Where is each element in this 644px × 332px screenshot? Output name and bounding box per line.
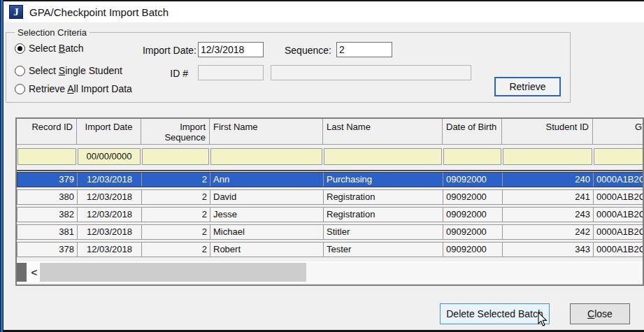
sequence-input[interactable] bbox=[336, 42, 392, 57]
cell: 241 bbox=[503, 190, 594, 204]
import-batch-grid: Record IDImport DateImport SequenceFirst… bbox=[15, 117, 644, 286]
table-row[interactable]: 38012/03/20182DavidRegistration090920002… bbox=[17, 189, 644, 205]
cell: Michael bbox=[210, 225, 324, 239]
column-header-3: First Name bbox=[210, 119, 323, 144]
column-header-1: Import Date bbox=[77, 119, 141, 144]
id-name-input bbox=[271, 65, 471, 80]
label-part: Retrieve bbox=[29, 83, 67, 94]
column-header-0: Record ID bbox=[17, 119, 77, 144]
label-part: ingle Student bbox=[65, 65, 122, 76]
cell: 09092000 bbox=[443, 208, 503, 222]
cell: 240 bbox=[503, 173, 594, 187]
scrollbar-corner-block bbox=[17, 263, 27, 282]
scroll-left-arrow-icon[interactable]: < bbox=[29, 263, 40, 282]
app-icon: J bbox=[9, 5, 23, 19]
cell: 0000A1B2C3 bbox=[594, 190, 644, 204]
sequence-label: Sequence: bbox=[285, 45, 331, 56]
label-part: atch bbox=[65, 43, 83, 54]
label-part: ll Import Data bbox=[74, 83, 132, 94]
cell: 380 bbox=[17, 190, 78, 204]
cell: 09092000 bbox=[443, 173, 503, 187]
retrieve-button[interactable]: Retrieve bbox=[494, 77, 561, 96]
dialog-window: J GPA/Checkpoint Import Batch Selection … bbox=[0, 0, 644, 332]
label-part: lose bbox=[594, 308, 613, 319]
title-bar: J GPA/Checkpoint Import Batch bbox=[3, 1, 644, 22]
label-mnemonic: A bbox=[67, 83, 73, 94]
column-header-6: Student ID bbox=[502, 119, 593, 144]
cell: 0000A1B2C3 bbox=[594, 243, 644, 257]
cell: 2 bbox=[142, 208, 210, 222]
import-date-input[interactable] bbox=[198, 42, 264, 57]
filter-cell-6[interactable] bbox=[503, 148, 592, 165]
window-top-border bbox=[0, 0, 644, 1]
window-left-border bbox=[0, 0, 3, 332]
column-header-7: GTID bbox=[593, 119, 644, 144]
cell: Robert bbox=[210, 243, 324, 257]
label-mnemonic: C bbox=[587, 308, 594, 319]
radio-button-icon bbox=[15, 66, 25, 76]
grid-header-row: Record IDImport DateImport SequenceFirst… bbox=[17, 119, 644, 145]
cell: Stitler bbox=[324, 225, 443, 239]
window-title: GPA/Checkpoint Import Batch bbox=[29, 1, 169, 22]
cell: Ann bbox=[210, 173, 324, 187]
cell: 0000A1B2C3 bbox=[594, 173, 644, 187]
table-row[interactable]: 38112/03/20182MichaelStitler090920002420… bbox=[17, 224, 644, 240]
cell: 2 bbox=[142, 243, 210, 257]
cell: Tester bbox=[324, 243, 443, 257]
cell: 12/03/2018 bbox=[78, 243, 142, 257]
cell: 379 bbox=[17, 173, 78, 187]
filter-cell-1[interactable]: 00/00/0000 bbox=[78, 148, 141, 165]
table-row[interactable]: 37812/03/20182RobertTester09092000343000… bbox=[17, 242, 644, 257]
filter-cell-2[interactable] bbox=[142, 148, 209, 165]
filter-cell-3[interactable] bbox=[210, 148, 322, 165]
import-date-label: Import Date: bbox=[138, 45, 196, 56]
grid-data-separator bbox=[17, 170, 644, 171]
grid-filter-row: 00/00/0000 bbox=[17, 147, 644, 166]
cell: 343 bbox=[503, 243, 594, 257]
cell: 243 bbox=[503, 208, 594, 222]
radio-button-icon bbox=[15, 43, 25, 54]
cell: 12/03/2018 bbox=[78, 173, 142, 187]
label-part: Select bbox=[29, 65, 59, 76]
column-header-5: Date of Birth bbox=[443, 119, 502, 144]
filter-cell-5[interactable] bbox=[443, 148, 501, 165]
horizontal-scrollbar: < bbox=[17, 261, 644, 283]
delete-selected-batch-button[interactable]: Delete Selected Batch bbox=[440, 303, 550, 324]
selection-criteria-group: Selection Criteria Select Batch Select S… bbox=[6, 32, 571, 103]
selection-criteria-legend: Selection Criteria bbox=[15, 27, 90, 38]
table-row[interactable]: 37912/03/20182AnnPurchasing0909200024000… bbox=[17, 172, 644, 187]
label-mnemonic: S bbox=[59, 65, 65, 76]
filter-cell-7[interactable] bbox=[594, 148, 644, 165]
cell: 382 bbox=[17, 208, 78, 222]
close-button[interactable]: Close bbox=[570, 303, 630, 324]
radio-select-single-student[interactable]: Select Single Student bbox=[15, 65, 122, 76]
radio-select-single-student-label: Select Single Student bbox=[29, 65, 122, 76]
cell: 12/03/2018 bbox=[78, 190, 142, 204]
grid-body: Record IDImport DateImport SequenceFirst… bbox=[17, 119, 644, 259]
cell: 09092000 bbox=[443, 243, 503, 257]
id-number-label: ID # bbox=[146, 68, 188, 79]
scrollbar-thumb[interactable] bbox=[40, 263, 306, 282]
cell: 2 bbox=[142, 190, 210, 204]
cell: Purchasing bbox=[324, 173, 443, 187]
cell: Registration bbox=[324, 190, 443, 204]
radio-button-icon bbox=[15, 84, 25, 94]
cell: 0000A1B2C3 bbox=[594, 225, 644, 239]
cell: Registration bbox=[324, 208, 443, 222]
filter-cell-0[interactable] bbox=[17, 148, 76, 165]
radio-select-batch[interactable]: Select Batch bbox=[15, 43, 84, 54]
column-header-2: Import Sequence bbox=[141, 119, 210, 144]
cell: 0000A1B2C3 bbox=[594, 208, 644, 222]
cell: 242 bbox=[503, 225, 594, 239]
label-part: Select bbox=[29, 43, 59, 54]
cell: 381 bbox=[17, 225, 78, 239]
column-header-4: Last Name bbox=[323, 119, 443, 144]
cell: 09092000 bbox=[443, 190, 503, 204]
radio-retrieve-all-import-data[interactable]: Retrieve All Import Data bbox=[15, 83, 132, 94]
cell: 12/03/2018 bbox=[78, 225, 142, 239]
cell: 2 bbox=[142, 173, 210, 187]
id-number-input bbox=[198, 65, 264, 80]
table-row[interactable]: 38212/03/20182JesseRegistration090920002… bbox=[17, 207, 644, 222]
cell: David bbox=[210, 190, 324, 204]
filter-cell-4[interactable] bbox=[324, 148, 442, 165]
